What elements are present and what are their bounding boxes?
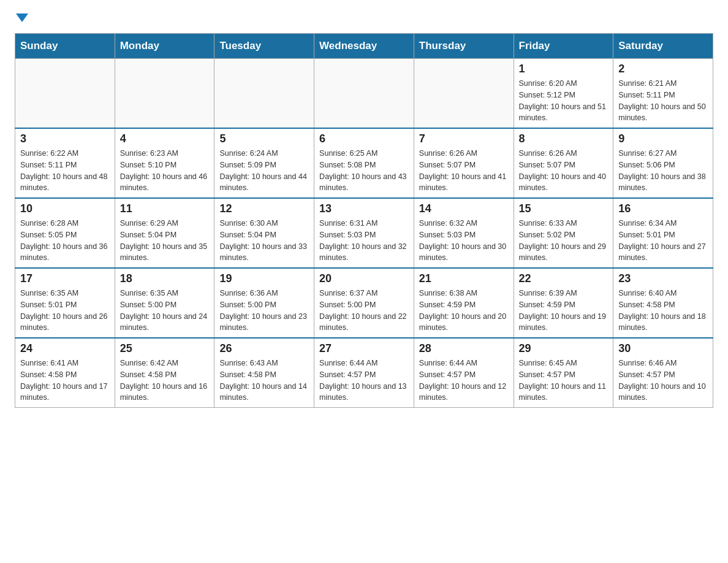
calendar-week-4: 17Sunrise: 6:35 AM Sunset: 5:01 PM Dayli… (15, 268, 713, 338)
calendar-cell: 4Sunrise: 6:23 AM Sunset: 5:10 PM Daylig… (115, 128, 214, 198)
day-info: Sunrise: 6:45 AM Sunset: 4:57 PM Dayligh… (519, 358, 609, 404)
calendar-week-1: 1Sunrise: 6:20 AM Sunset: 5:12 PM Daylig… (15, 59, 713, 129)
day-info: Sunrise: 6:43 AM Sunset: 4:58 PM Dayligh… (219, 358, 309, 404)
day-number: 8 (519, 132, 609, 145)
calendar-cell: 2Sunrise: 6:21 AM Sunset: 5:11 PM Daylig… (613, 59, 713, 129)
calendar-cell: 6Sunrise: 6:25 AM Sunset: 5:08 PM Daylig… (314, 128, 414, 198)
day-number: 17 (20, 272, 110, 285)
calendar-cell (314, 59, 414, 129)
weekday-header-row: SundayMondayTuesdayWednesdayThursdayFrid… (15, 34, 713, 59)
day-info: Sunrise: 6:36 AM Sunset: 5:00 PM Dayligh… (219, 288, 309, 334)
day-number: 6 (319, 132, 409, 145)
day-number: 19 (219, 272, 309, 285)
day-info: Sunrise: 6:25 AM Sunset: 5:08 PM Dayligh… (319, 148, 409, 194)
calendar-cell: 14Sunrise: 6:32 AM Sunset: 5:03 PM Dayli… (414, 198, 514, 268)
day-info: Sunrise: 6:22 AM Sunset: 5:11 PM Dayligh… (20, 148, 110, 194)
day-number: 1 (519, 63, 609, 75)
calendar-cell: 19Sunrise: 6:36 AM Sunset: 5:00 PM Dayli… (214, 268, 314, 338)
day-number: 18 (120, 272, 210, 285)
day-info: Sunrise: 6:31 AM Sunset: 5:03 PM Dayligh… (319, 218, 409, 264)
day-info: Sunrise: 6:41 AM Sunset: 4:58 PM Dayligh… (20, 358, 110, 404)
day-number: 12 (219, 202, 309, 215)
day-number: 25 (120, 342, 210, 355)
day-number: 26 (219, 342, 309, 355)
day-info: Sunrise: 6:40 AM Sunset: 4:58 PM Dayligh… (618, 288, 708, 334)
weekday-header-sunday: Sunday (15, 34, 115, 59)
day-info: Sunrise: 6:34 AM Sunset: 5:01 PM Dayligh… (618, 218, 708, 264)
day-number: 27 (319, 342, 409, 355)
calendar-week-3: 10Sunrise: 6:28 AM Sunset: 5:05 PM Dayli… (15, 198, 713, 268)
calendar-cell: 16Sunrise: 6:34 AM Sunset: 5:01 PM Dayli… (613, 198, 713, 268)
day-number: 14 (419, 202, 509, 215)
calendar-cell: 29Sunrise: 6:45 AM Sunset: 4:57 PM Dayli… (514, 338, 613, 408)
calendar-cell: 25Sunrise: 6:42 AM Sunset: 4:58 PM Dayli… (115, 338, 214, 408)
day-info: Sunrise: 6:30 AM Sunset: 5:04 PM Dayligh… (219, 218, 309, 264)
calendar-cell: 9Sunrise: 6:27 AM Sunset: 5:06 PM Daylig… (613, 128, 713, 198)
day-info: Sunrise: 6:42 AM Sunset: 4:58 PM Dayligh… (120, 358, 210, 404)
calendar-cell: 21Sunrise: 6:38 AM Sunset: 4:59 PM Dayli… (414, 268, 514, 338)
day-number: 9 (618, 132, 708, 145)
day-info: Sunrise: 6:29 AM Sunset: 5:04 PM Dayligh… (120, 218, 210, 264)
weekday-header-monday: Monday (115, 34, 214, 59)
day-number: 21 (419, 272, 509, 285)
logo-triangle-icon (16, 13, 28, 22)
day-info: Sunrise: 6:26 AM Sunset: 5:07 PM Dayligh… (519, 148, 609, 194)
calendar-cell: 8Sunrise: 6:26 AM Sunset: 5:07 PM Daylig… (514, 128, 613, 198)
day-number: 2 (618, 63, 708, 75)
day-info: Sunrise: 6:32 AM Sunset: 5:03 PM Dayligh… (419, 218, 509, 264)
day-info: Sunrise: 6:24 AM Sunset: 5:09 PM Dayligh… (219, 148, 309, 194)
calendar-cell (214, 59, 314, 129)
day-number: 11 (120, 202, 210, 215)
calendar-cell: 13Sunrise: 6:31 AM Sunset: 5:03 PM Dayli… (314, 198, 414, 268)
calendar-table: SundayMondayTuesdayWednesdayThursdayFrid… (15, 33, 713, 408)
day-number: 23 (618, 272, 708, 285)
day-number: 30 (618, 342, 708, 355)
calendar-week-2: 3Sunrise: 6:22 AM Sunset: 5:11 PM Daylig… (15, 128, 713, 198)
calendar-cell: 30Sunrise: 6:46 AM Sunset: 4:57 PM Dayli… (613, 338, 713, 408)
day-info: Sunrise: 6:20 AM Sunset: 5:12 PM Dayligh… (519, 78, 609, 124)
calendar-cell: 18Sunrise: 6:35 AM Sunset: 5:00 PM Dayli… (115, 268, 214, 338)
day-info: Sunrise: 6:33 AM Sunset: 5:02 PM Dayligh… (519, 218, 609, 264)
logo (15, 15, 28, 23)
calendar-cell: 22Sunrise: 6:39 AM Sunset: 4:59 PM Dayli… (514, 268, 613, 338)
day-number: 7 (419, 132, 509, 145)
page-header (15, 15, 713, 23)
calendar-cell: 3Sunrise: 6:22 AM Sunset: 5:11 PM Daylig… (15, 128, 115, 198)
day-info: Sunrise: 6:44 AM Sunset: 4:57 PM Dayligh… (419, 358, 509, 404)
calendar-cell (15, 59, 115, 129)
calendar-cell: 10Sunrise: 6:28 AM Sunset: 5:05 PM Dayli… (15, 198, 115, 268)
day-number: 28 (419, 342, 509, 355)
day-number: 3 (20, 132, 110, 145)
calendar-week-5: 24Sunrise: 6:41 AM Sunset: 4:58 PM Dayli… (15, 338, 713, 408)
day-info: Sunrise: 6:37 AM Sunset: 5:00 PM Dayligh… (319, 288, 409, 334)
day-number: 13 (319, 202, 409, 215)
day-number: 4 (120, 132, 210, 145)
calendar-cell: 20Sunrise: 6:37 AM Sunset: 5:00 PM Dayli… (314, 268, 414, 338)
day-number: 16 (618, 202, 708, 215)
day-number: 29 (519, 342, 609, 355)
day-info: Sunrise: 6:46 AM Sunset: 4:57 PM Dayligh… (618, 358, 708, 404)
weekday-header-friday: Friday (514, 34, 613, 59)
weekday-header-saturday: Saturday (613, 34, 713, 59)
day-info: Sunrise: 6:38 AM Sunset: 4:59 PM Dayligh… (419, 288, 509, 334)
calendar-cell: 17Sunrise: 6:35 AM Sunset: 5:01 PM Dayli… (15, 268, 115, 338)
day-number: 5 (219, 132, 309, 145)
day-info: Sunrise: 6:44 AM Sunset: 4:57 PM Dayligh… (319, 358, 409, 404)
weekday-header-thursday: Thursday (414, 34, 514, 59)
day-info: Sunrise: 6:23 AM Sunset: 5:10 PM Dayligh… (120, 148, 210, 194)
weekday-header-wednesday: Wednesday (314, 34, 414, 59)
calendar-cell: 27Sunrise: 6:44 AM Sunset: 4:57 PM Dayli… (314, 338, 414, 408)
calendar-cell: 24Sunrise: 6:41 AM Sunset: 4:58 PM Dayli… (15, 338, 115, 408)
day-number: 10 (20, 202, 110, 215)
day-info: Sunrise: 6:39 AM Sunset: 4:59 PM Dayligh… (519, 288, 609, 334)
day-number: 15 (519, 202, 609, 215)
day-number: 22 (519, 272, 609, 285)
day-info: Sunrise: 6:28 AM Sunset: 5:05 PM Dayligh… (20, 218, 110, 264)
calendar-cell (414, 59, 514, 129)
calendar-cell (115, 59, 214, 129)
day-number: 24 (20, 342, 110, 355)
day-info: Sunrise: 6:21 AM Sunset: 5:11 PM Dayligh… (618, 78, 708, 124)
calendar-cell: 11Sunrise: 6:29 AM Sunset: 5:04 PM Dayli… (115, 198, 214, 268)
day-info: Sunrise: 6:35 AM Sunset: 5:00 PM Dayligh… (120, 288, 210, 334)
calendar-cell: 23Sunrise: 6:40 AM Sunset: 4:58 PM Dayli… (613, 268, 713, 338)
